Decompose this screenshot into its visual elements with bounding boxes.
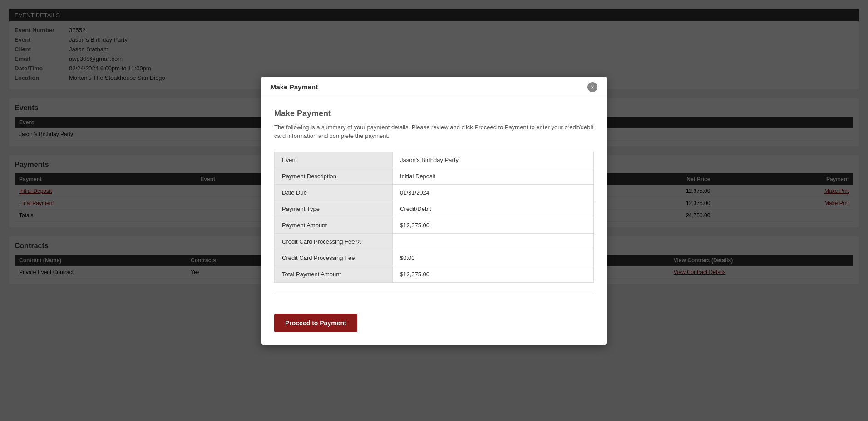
row-label-event: Event [275, 152, 393, 168]
row-label-payment-amount: Payment Amount [275, 217, 393, 233]
proceed-to-payment-button[interactable]: Proceed to Payment [274, 314, 357, 332]
modal-description: The following is a summary of your payme… [274, 123, 594, 141]
modal-divider [274, 294, 594, 294]
row-value-cc-fee-pct [393, 233, 594, 250]
payment-details-table: Event Jason's Birthday Party Payment Des… [274, 152, 594, 283]
row-value-payment-amount: $12,375.00 [393, 217, 594, 233]
modal-section-title: Make Payment [274, 109, 594, 118]
row-label-cc-fee: Credit Card Processing Fee [275, 250, 393, 266]
row-label-payment-type: Payment Type [275, 201, 393, 217]
table-row: Payment Description Initial Deposit [275, 168, 594, 184]
modal-header-title: Make Payment [271, 83, 318, 91]
table-row: Credit Card Processing Fee % [275, 233, 594, 250]
row-label-date-due: Date Due [275, 184, 393, 201]
row-label-total-payment: Total Payment Amount [275, 266, 393, 282]
make-payment-modal: Make Payment × Make Payment The followin… [261, 77, 607, 345]
row-label-cc-fee-pct: Credit Card Processing Fee % [275, 233, 393, 250]
modal-overlay: Make Payment × Make Payment The followin… [0, 0, 868, 421]
row-value-total-payment: $12,375.00 [393, 266, 594, 282]
row-value-payment-description: Initial Deposit [393, 168, 594, 184]
row-label-payment-description: Payment Description [275, 168, 393, 184]
row-value-cc-fee: $0.00 [393, 250, 594, 266]
table-row: Total Payment Amount $12,375.00 [275, 266, 594, 282]
table-row: Payment Type Credit/Debit [275, 201, 594, 217]
modal-header: Make Payment × [261, 77, 607, 98]
table-row: Date Due 01/31/2024 [275, 184, 594, 201]
modal-footer: Proceed to Payment [261, 314, 607, 345]
row-value-date-due: 01/31/2024 [393, 184, 594, 201]
table-row: Credit Card Processing Fee $0.00 [275, 250, 594, 266]
table-row: Payment Amount $12,375.00 [275, 217, 594, 233]
row-value-payment-type: Credit/Debit [393, 201, 594, 217]
table-row: Event Jason's Birthday Party [275, 152, 594, 168]
row-value-event: Jason's Birthday Party [393, 152, 594, 168]
modal-close-button[interactable]: × [587, 82, 597, 92]
modal-body: Make Payment The following is a summary … [261, 98, 607, 314]
